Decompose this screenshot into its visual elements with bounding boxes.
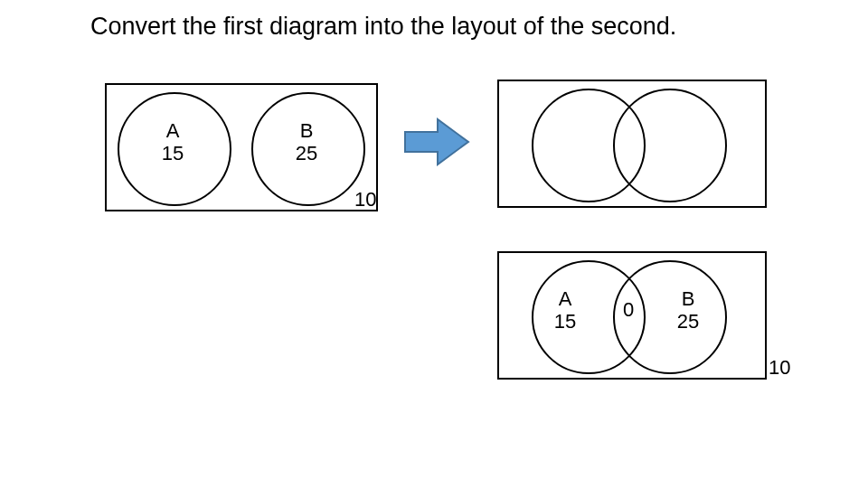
venn-b-label-2: B 25 (675, 287, 702, 333)
set-label: A (166, 119, 180, 142)
arrow-icon (401, 116, 472, 172)
set-label: A (559, 287, 572, 310)
set-label: B (300, 119, 314, 142)
venn-intersection-value: 0 (621, 298, 636, 321)
venn-box-target-blank (497, 80, 767, 208)
set-value: 15 (162, 142, 184, 164)
venn-outside-value: 10 (354, 188, 376, 211)
venn-box-result: A 15 0 B 25 (497, 251, 767, 380)
page-title: Convert the first diagram into the layou… (90, 13, 676, 41)
venn-b-label: B 25 (293, 119, 320, 165)
svg-marker-0 (405, 119, 468, 164)
set-value: 25 (296, 142, 317, 164)
set-value: 25 (677, 310, 699, 333)
venn-box-source: A 15 B 25 (105, 83, 378, 211)
venn-outside-value-2: 10 (769, 356, 790, 380)
set-value: 15 (554, 310, 576, 333)
set-label: B (682, 287, 695, 310)
venn-circle-right (613, 89, 727, 202)
venn-a-label: A 15 (159, 119, 186, 165)
venn-a-label-2: A 15 (552, 287, 579, 333)
